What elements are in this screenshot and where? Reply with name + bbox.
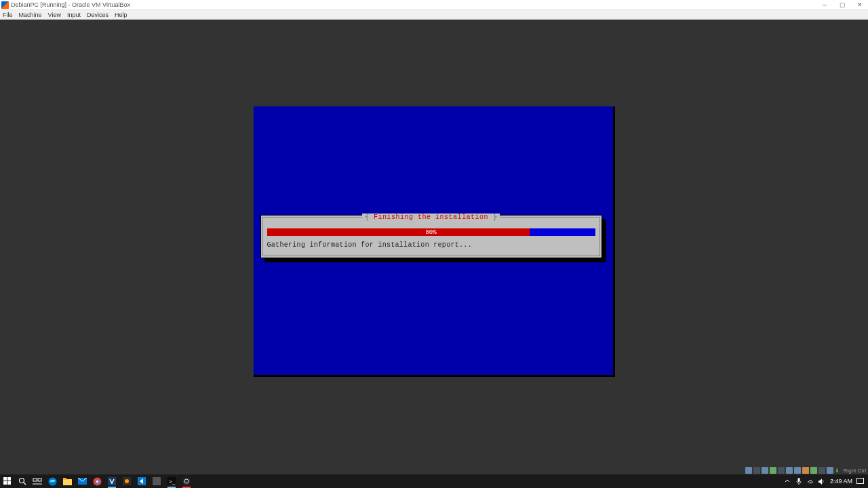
audio-icon[interactable]: [762, 467, 768, 474]
network-icon[interactable]: [770, 467, 776, 474]
notifications-icon[interactable]: [856, 478, 864, 485]
recording-icon[interactable]: [802, 467, 809, 474]
svg-rect-25: [798, 478, 800, 482]
svg-rect-20: [153, 477, 161, 485]
svg-text:>_: >_: [169, 479, 176, 485]
maximize-button[interactable]: ▢: [838, 1, 846, 9]
edge-icon[interactable]: [47, 476, 58, 487]
cpu-icon[interactable]: [810, 467, 817, 474]
menu-help[interactable]: Help: [115, 12, 127, 18]
chrome-icon[interactable]: [92, 476, 102, 487]
host-key-label: Right Ctrl: [844, 468, 866, 474]
svg-line-5: [24, 483, 26, 485]
progress-fill: [267, 228, 530, 236]
menu-view[interactable]: View: [48, 12, 61, 18]
vscode-icon[interactable]: [136, 476, 147, 487]
svg-point-15: [96, 481, 98, 483]
app-icon-1[interactable]: [121, 476, 132, 487]
svg-point-4: [20, 479, 24, 483]
svg-rect-27: [857, 479, 864, 484]
vbox-status-bar: ⬇ Right Ctrl: [745, 466, 866, 474]
terminal-icon[interactable]: >_: [166, 476, 177, 487]
virtualbox-icon: [1, 1, 9, 9]
svg-rect-10: [63, 479, 72, 485]
svg-point-18: [125, 479, 129, 483]
host-arrow-icon: ⬇: [835, 468, 840, 474]
status-text: Gathering information for installation r…: [267, 241, 595, 249]
window-titlebar: DebianPC [Running] - Oracle VM VirtualBo…: [0, 0, 868, 10]
svg-rect-7: [38, 479, 41, 481]
menu-file[interactable]: File: [3, 12, 13, 18]
app-icon-2[interactable]: [151, 476, 162, 487]
close-button[interactable]: ✕: [856, 1, 864, 9]
mouse-icon[interactable]: [818, 467, 825, 474]
display-icon[interactable]: [794, 467, 801, 474]
mail-icon[interactable]: [77, 476, 87, 487]
svg-rect-0: [3, 477, 7, 481]
minimize-button[interactable]: ─: [821, 1, 829, 9]
tray-network-icon[interactable]: [807, 478, 814, 485]
menu-machine[interactable]: Machine: [19, 12, 42, 18]
window-title: DebianPC [Running] - Oracle VM VirtualBo…: [11, 1, 821, 8]
task-view-icon[interactable]: [32, 476, 43, 487]
usb-icon[interactable]: [778, 467, 785, 474]
obs-icon[interactable]: [181, 476, 192, 487]
search-icon[interactable]: [17, 476, 28, 487]
hdd-icon[interactable]: [745, 467, 752, 474]
shared-folders-icon[interactable]: [786, 467, 793, 474]
keyboard-icon[interactable]: [827, 467, 833, 474]
svg-rect-1: [7, 477, 11, 481]
menu-bar: File Machine View Input Devices Help: [0, 10, 868, 20]
svg-rect-11: [63, 478, 66, 480]
optical-icon[interactable]: [753, 467, 760, 474]
virtualbox-task-icon[interactable]: [106, 476, 117, 487]
start-button[interactable]: [2, 476, 13, 487]
svg-rect-2: [3, 481, 7, 485]
file-explorer-icon[interactable]: [62, 476, 73, 487]
taskbar-clock[interactable]: 2:49 AM: [830, 479, 852, 485]
menu-devices[interactable]: Devices: [87, 12, 108, 18]
tray-mic-icon[interactable]: [795, 478, 803, 485]
progress-bar: 80%: [267, 228, 595, 236]
menu-input[interactable]: Input: [67, 12, 81, 18]
installer-dialog: Finishing the installation 80% Gathering…: [260, 215, 602, 258]
tray-chevron-icon[interactable]: [784, 478, 791, 485]
guest-console[interactable]: Finishing the installation 80% Gathering…: [254, 106, 615, 377]
tray-volume-icon[interactable]: [818, 478, 826, 485]
windows-taskbar: >_ 2:49 AM: [0, 474, 868, 488]
svg-rect-3: [7, 481, 11, 485]
vm-viewport: Finishing the installation 80% Gathering…: [0, 20, 868, 474]
svg-rect-6: [33, 479, 37, 481]
svg-point-23: [183, 478, 191, 485]
dialog-title: Finishing the installation: [362, 214, 500, 221]
progress-percent: 80%: [425, 229, 436, 236]
